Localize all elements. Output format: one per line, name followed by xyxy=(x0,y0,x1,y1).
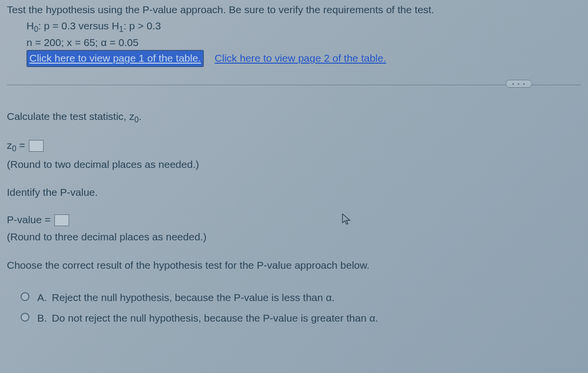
choice-a-row: A.Reject the null hypothesis, because th… xyxy=(21,290,581,305)
z0-input[interactable] xyxy=(29,140,44,152)
instruction-text: Test the hypothesis using the P-value ap… xyxy=(7,4,581,16)
question-z0: Calculate the test statistic, z0. z0 = (… xyxy=(7,109,581,172)
params-line: n = 200; x = 65; α = 0.05 xyxy=(26,35,581,50)
radio-b[interactable] xyxy=(21,313,29,322)
choice-prompt: Choose the correct result of the hypothe… xyxy=(7,257,581,273)
links-line: Click here to view page 1 of the table. … xyxy=(26,50,581,67)
question-pvalue: Identify the P-value. P-value = (Round t… xyxy=(7,185,581,245)
radio-a[interactable] xyxy=(21,292,29,301)
choice-a-text: A.Reject the null hypothesis, because th… xyxy=(34,290,335,305)
z0-hint: (Round to two decimal places as needed.) xyxy=(7,157,581,172)
hypothesis-line: H0: p = 0.3 versus H1: p > 0.3 xyxy=(26,19,581,35)
hypothesis-block: H0: p = 0.3 versus H1: p > 0.3 n = 200; … xyxy=(7,19,581,67)
more-icon[interactable]: • • • xyxy=(506,80,532,88)
pvalue-prompt: Identify the P-value. xyxy=(7,185,581,200)
table-page1-link[interactable]: Click here to view page 1 of the table. xyxy=(26,50,204,67)
pvalue-input[interactable] xyxy=(54,214,69,226)
divider: • • • xyxy=(7,85,581,85)
z0-prompt: Calculate the test statistic, z0. xyxy=(7,109,581,126)
z0-answer-line: z0 = xyxy=(7,138,581,155)
choice-b-row: B.Do not reject the null hypothesis, bec… xyxy=(21,311,581,326)
choice-b-text: B.Do not reject the null hypothesis, bec… xyxy=(34,311,378,326)
question-choice: Choose the correct result of the hypothe… xyxy=(7,257,581,326)
table-page2-link[interactable]: Click here to view page 2 of the table. xyxy=(215,52,386,64)
pvalue-hint: (Round to three decimal places as needed… xyxy=(7,229,581,245)
pvalue-answer-line: P-value = xyxy=(7,212,581,228)
